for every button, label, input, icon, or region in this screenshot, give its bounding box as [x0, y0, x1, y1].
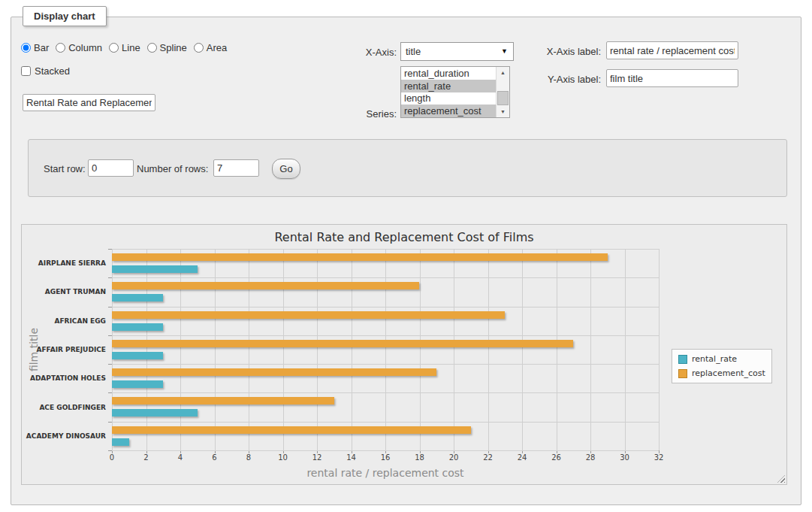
gridline — [352, 249, 352, 450]
scroll-up-icon[interactable]: ▲ — [497, 67, 509, 78]
panel-title: Display chart — [23, 6, 107, 26]
series-option-rental_duration[interactable]: rental_duration — [401, 67, 497, 80]
category-label: ACE GOLDFINGER — [22, 403, 106, 412]
chart-title: Rental Rate and Replacement Cost of Film… — [22, 230, 786, 244]
gridline — [112, 249, 659, 250]
bar-replacement_cost — [112, 253, 608, 261]
chart-type-option-column: Column — [56, 42, 102, 53]
bar-replacement_cost — [112, 340, 573, 347]
stacked-checkbox[interactable] — [21, 66, 31, 76]
radio-label-column: Column — [68, 42, 102, 53]
resize-handle-icon[interactable] — [777, 475, 785, 483]
radio-label-area: Area — [207, 42, 227, 53]
chart-legend: rental_ratereplacement_cost — [672, 349, 772, 383]
radio-line[interactable] — [109, 43, 119, 53]
legend-label-rental_rate: rental_rate — [692, 354, 737, 364]
x-tick-label: 0 — [101, 453, 123, 462]
gridline — [420, 249, 421, 450]
radio-column[interactable] — [56, 43, 65, 53]
x-tick-label: 4 — [169, 453, 192, 462]
bar-replacement_cost — [112, 282, 419, 289]
chart-title-input[interactable] — [23, 94, 155, 111]
gridline — [625, 249, 626, 450]
category-label: AFFAIR PREJUDICE — [22, 345, 106, 354]
stacked-row: Stacked — [21, 65, 70, 77]
gridline — [112, 249, 113, 450]
scrollbar[interactable]: ▲ ▼ — [496, 67, 509, 117]
y-axis-label-field-label: Y-Axis label: — [535, 74, 601, 85]
radio-spline[interactable] — [147, 43, 157, 53]
radio-label-bar: Bar — [34, 42, 49, 53]
bar-rental_rate — [112, 409, 198, 417]
x-tick-label: 22 — [477, 453, 500, 462]
series-option-rental_rate[interactable]: rental_rate — [401, 80, 497, 92]
go-button[interactable]: Go — [272, 159, 300, 179]
plot-area: rental rate / replacement cost film titl… — [112, 249, 659, 450]
legend-item-replacement_cost[interactable]: replacement_cost — [678, 368, 765, 378]
y-tick-mark — [108, 392, 112, 393]
x-tick-label: 16 — [374, 453, 397, 462]
x-tick-label: 6 — [204, 453, 226, 462]
gridline — [385, 249, 386, 450]
category-label: ADAPTATION HOLES — [22, 374, 106, 383]
x-tick-label: 24 — [511, 453, 533, 462]
scrollbar-thumb[interactable] — [497, 91, 509, 105]
x-tick-label: 10 — [272, 453, 294, 462]
chart-type-option-area: Area — [194, 42, 227, 53]
legend-swatch-rental_rate — [678, 355, 687, 364]
x-tick-label: 30 — [614, 453, 636, 462]
radio-label-spline: Spline — [160, 42, 187, 53]
chart-type-option-spline: Spline — [147, 42, 187, 53]
gridline — [215, 249, 216, 450]
x-axis-title: rental rate / replacement cost — [112, 467, 659, 479]
x-tick-label: 2 — [135, 453, 158, 462]
gridline — [112, 422, 659, 423]
x-axis-select-label: X-Axis: — [337, 47, 397, 58]
num-rows-input[interactable] — [213, 159, 259, 177]
series-option-length[interactable]: length — [401, 92, 497, 105]
x-axis-label-input[interactable] — [606, 41, 738, 59]
y-axis-label-input[interactable] — [606, 69, 738, 87]
series-options: rental_durationrental_ratelengthreplacem… — [401, 67, 497, 117]
gridline — [283, 249, 284, 450]
start-row-input[interactable] — [88, 159, 134, 177]
gridline — [454, 249, 454, 450]
chart-type-option-bar: Bar — [21, 42, 49, 53]
bar-rental_rate — [112, 438, 129, 446]
x-tick-label: 8 — [237, 453, 260, 462]
legend-item-rental_rate[interactable]: rental_rate — [678, 354, 765, 364]
radio-bar[interactable] — [21, 43, 31, 53]
chevron-down-icon: ▼ — [501, 48, 508, 55]
gridline — [112, 392, 659, 393]
chart-container: Rental Rate and Replacement Cost of Film… — [21, 224, 787, 485]
gridline — [522, 249, 523, 450]
y-tick-mark — [108, 277, 112, 278]
gridline — [249, 249, 249, 450]
x-axis-select[interactable]: title ▼ — [400, 42, 514, 61]
radio-area[interactable] — [194, 43, 204, 53]
gridline — [317, 249, 318, 450]
x-tick-label: 12 — [306, 453, 328, 462]
gridline — [146, 249, 147, 450]
bar-replacement_cost — [112, 368, 436, 376]
series-multiselect[interactable]: rental_durationrental_ratelengthreplacem… — [400, 66, 510, 118]
scroll-down-icon[interactable]: ▼ — [497, 106, 509, 117]
gridline — [112, 307, 659, 308]
series-option-replacement_cost[interactable]: replacement_cost — [401, 105, 497, 117]
x-tick-label: 26 — [545, 453, 568, 462]
y-tick-mark — [108, 422, 112, 423]
x-axis-label-field-label: X-Axis label: — [535, 46, 601, 57]
bar-rental_rate — [112, 352, 163, 359]
chart-type-radio-group: BarColumnLineSplineArea — [21, 41, 227, 54]
bar-rental_rate — [112, 294, 163, 301]
y-tick-mark — [108, 249, 112, 250]
num-rows-label: Number of rows: — [137, 163, 208, 174]
x-tick-label: 14 — [340, 453, 363, 462]
x-tick-label: 32 — [647, 453, 670, 462]
chart-type-option-line: Line — [109, 42, 140, 53]
start-row-label: Start row: — [44, 163, 86, 174]
gridline — [659, 249, 660, 450]
gridline — [488, 249, 489, 450]
category-label: AGENT TRUMAN — [22, 287, 106, 296]
stacked-label: Stacked — [35, 65, 70, 77]
